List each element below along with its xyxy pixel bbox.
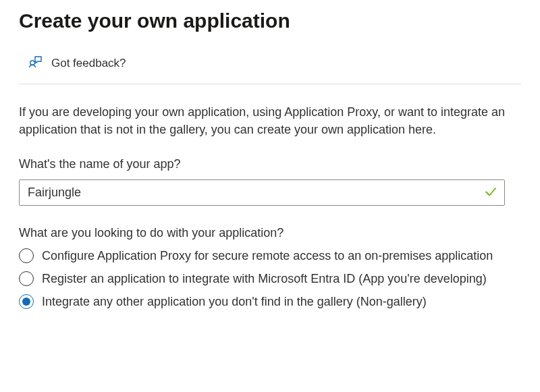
radio-option-register-app[interactable]: Register an application to integrate wit… (19, 271, 521, 286)
purpose-label: What are you looking to do with your app… (19, 226, 521, 240)
radio-label: Configure Application Proxy for secure r… (42, 249, 493, 263)
radio-icon (19, 248, 34, 263)
feedback-label: Got feedback? (51, 57, 126, 70)
radio-label: Register an application to integrate wit… (42, 272, 487, 286)
radio-icon (19, 271, 34, 286)
app-name-label: What's the name of your app? (19, 157, 521, 171)
page-title: Create your own application (19, 9, 521, 32)
checkmark-icon (483, 184, 498, 202)
svg-point-0 (30, 61, 34, 65)
radio-label: Integrate any other application you don'… (42, 295, 427, 309)
purpose-radio-group: Configure Application Proxy for secure r… (19, 248, 521, 309)
feedback-icon (27, 54, 43, 73)
radio-option-non-gallery[interactable]: Integrate any other application you don'… (19, 294, 521, 309)
app-name-input[interactable] (19, 179, 505, 206)
description-text: If you are developing your own applicati… (19, 103, 521, 138)
radio-icon (19, 294, 34, 309)
radio-option-app-proxy[interactable]: Configure Application Proxy for secure r… (19, 248, 521, 263)
feedback-link[interactable]: Got feedback? (19, 54, 521, 84)
